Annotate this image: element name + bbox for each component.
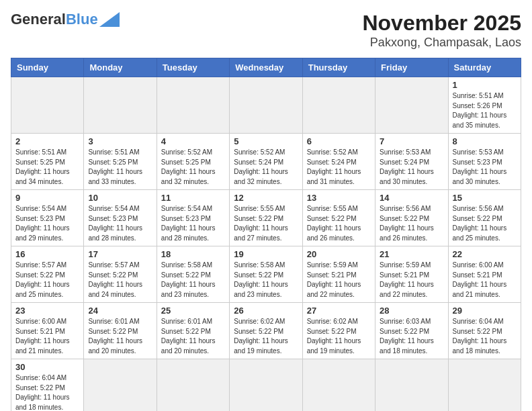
table-row: 17Sunrise: 5:57 AMSunset: 5:22 PMDayligh… — [84, 246, 157, 303]
calendar-week-row: 30Sunrise: 6:04 AMSunset: 5:22 PMDayligh… — [11, 359, 521, 412]
day-number: 26 — [234, 306, 298, 316]
table-row: 13Sunrise: 5:55 AMSunset: 5:22 PMDayligh… — [302, 190, 375, 246]
day-info: Sunrise: 6:02 AMSunset: 5:22 PMDaylight:… — [307, 317, 371, 356]
day-info: Sunrise: 6:03 AMSunset: 5:22 PMDaylight:… — [380, 317, 443, 356]
table-row — [230, 77, 302, 134]
day-number: 12 — [234, 193, 298, 203]
day-number: 9 — [15, 193, 79, 203]
day-info: Sunrise: 5:59 AMSunset: 5:21 PMDaylight:… — [307, 261, 371, 300]
day-info: Sunrise: 5:53 AMSunset: 5:24 PMDaylight:… — [380, 148, 443, 187]
day-number: 25 — [161, 306, 225, 316]
table-row: 1Sunrise: 5:51 AMSunset: 5:26 PMDaylight… — [448, 77, 521, 134]
day-number: 15 — [453, 193, 517, 203]
calendar-week-row: 1Sunrise: 5:51 AMSunset: 5:26 PMDaylight… — [11, 77, 521, 134]
table-row: 28Sunrise: 6:03 AMSunset: 5:22 PMDayligh… — [375, 303, 448, 359]
day-info: Sunrise: 5:59 AMSunset: 5:21 PMDaylight:… — [380, 261, 443, 300]
day-info: Sunrise: 5:58 AMSunset: 5:22 PMDaylight:… — [161, 261, 225, 300]
table-row: 7Sunrise: 5:53 AMSunset: 5:24 PMDaylight… — [375, 134, 448, 190]
header: General Blue November 2025 Pakxong, Cham… — [11, 11, 521, 50]
table-row — [375, 77, 448, 134]
svg-marker-0 — [99, 12, 120, 27]
day-number: 14 — [380, 193, 443, 203]
day-number: 2 — [15, 136, 79, 146]
col-tuesday: Tuesday — [157, 58, 229, 77]
col-saturday: Saturday — [448, 58, 521, 77]
table-row: 2Sunrise: 5:51 AMSunset: 5:25 PMDaylight… — [11, 134, 84, 190]
table-row — [157, 359, 229, 412]
day-number: 19 — [234, 249, 298, 259]
day-number: 3 — [88, 136, 152, 146]
col-thursday: Thursday — [302, 58, 375, 77]
col-friday: Friday — [375, 58, 448, 77]
table-row: 26Sunrise: 6:02 AMSunset: 5:22 PMDayligh… — [230, 303, 302, 359]
day-info: Sunrise: 5:55 AMSunset: 5:22 PMDaylight:… — [234, 204, 298, 243]
day-info: Sunrise: 5:51 AMSunset: 5:26 PMDaylight:… — [453, 91, 517, 130]
logo-triangle-icon — [99, 12, 120, 27]
table-row: 23Sunrise: 6:00 AMSunset: 5:21 PMDayligh… — [11, 303, 84, 359]
table-row — [157, 77, 229, 134]
table-row: 9Sunrise: 5:54 AMSunset: 5:23 PMDaylight… — [11, 190, 84, 246]
table-row — [84, 77, 157, 134]
table-row: 14Sunrise: 5:56 AMSunset: 5:22 PMDayligh… — [375, 190, 448, 246]
day-info: Sunrise: 5:51 AMSunset: 5:25 PMDaylight:… — [88, 148, 152, 187]
calendar-week-row: 16Sunrise: 5:57 AMSunset: 5:22 PMDayligh… — [11, 246, 521, 303]
day-info: Sunrise: 5:54 AMSunset: 5:23 PMDaylight:… — [161, 204, 225, 243]
day-info: Sunrise: 5:52 AMSunset: 5:24 PMDaylight:… — [234, 148, 298, 187]
calendar-week-row: 2Sunrise: 5:51 AMSunset: 5:25 PMDaylight… — [11, 134, 521, 190]
table-row: 10Sunrise: 5:54 AMSunset: 5:23 PMDayligh… — [84, 190, 157, 246]
day-number: 11 — [161, 193, 225, 203]
day-number: 27 — [307, 306, 371, 316]
day-info: Sunrise: 5:54 AMSunset: 5:23 PMDaylight:… — [88, 204, 152, 243]
day-number: 21 — [380, 249, 443, 259]
day-number: 20 — [307, 249, 371, 259]
day-number: 8 — [453, 136, 517, 146]
calendar-table: Sunday Monday Tuesday Wednesday Thursday… — [11, 58, 521, 411]
day-number: 22 — [453, 249, 517, 259]
logo-blue-text: Blue — [66, 11, 98, 28]
table-row: 20Sunrise: 5:59 AMSunset: 5:21 PMDayligh… — [302, 246, 375, 303]
logo-general-text: General — [11, 11, 66, 28]
table-row: 19Sunrise: 5:58 AMSunset: 5:22 PMDayligh… — [230, 246, 302, 303]
day-number: 10 — [88, 193, 152, 203]
day-number: 6 — [307, 136, 371, 146]
table-row: 27Sunrise: 6:02 AMSunset: 5:22 PMDayligh… — [302, 303, 375, 359]
day-number: 17 — [88, 249, 152, 259]
day-info: Sunrise: 6:02 AMSunset: 5:22 PMDaylight:… — [234, 317, 298, 356]
table-row: 11Sunrise: 5:54 AMSunset: 5:23 PMDayligh… — [157, 190, 229, 246]
day-number: 13 — [307, 193, 371, 203]
table-row: 22Sunrise: 6:00 AMSunset: 5:21 PMDayligh… — [448, 246, 521, 303]
day-info: Sunrise: 5:54 AMSunset: 5:23 PMDaylight:… — [15, 204, 79, 243]
day-info: Sunrise: 5:52 AMSunset: 5:25 PMDaylight:… — [161, 148, 225, 187]
day-info: Sunrise: 5:52 AMSunset: 5:24 PMDaylight:… — [307, 148, 371, 187]
day-info: Sunrise: 6:04 AMSunset: 5:22 PMDaylight:… — [15, 373, 79, 411]
table-row: 4Sunrise: 5:52 AMSunset: 5:25 PMDaylight… — [157, 134, 229, 190]
logo: General Blue — [11, 11, 120, 28]
day-number: 24 — [88, 306, 152, 316]
table-row — [448, 359, 521, 412]
day-number: 30 — [15, 362, 79, 372]
table-row — [11, 77, 84, 134]
table-row: 3Sunrise: 5:51 AMSunset: 5:25 PMDaylight… — [84, 134, 157, 190]
day-info: Sunrise: 6:04 AMSunset: 5:22 PMDaylight:… — [453, 317, 517, 356]
table-row: 12Sunrise: 5:55 AMSunset: 5:22 PMDayligh… — [230, 190, 302, 246]
page-title: November 2025 — [362, 11, 521, 36]
title-block: November 2025 Pakxong, Champasak, Laos — [362, 11, 521, 50]
table-row: 16Sunrise: 5:57 AMSunset: 5:22 PMDayligh… — [11, 246, 84, 303]
calendar-week-row: 9Sunrise: 5:54 AMSunset: 5:23 PMDaylight… — [11, 190, 521, 246]
day-info: Sunrise: 5:56 AMSunset: 5:22 PMDaylight:… — [380, 204, 443, 243]
table-row: 18Sunrise: 5:58 AMSunset: 5:22 PMDayligh… — [157, 246, 229, 303]
table-row — [302, 77, 375, 134]
calendar-header-row: Sunday Monday Tuesday Wednesday Thursday… — [11, 58, 521, 77]
page: General Blue November 2025 Pakxong, Cham… — [0, 0, 532, 411]
table-row — [230, 359, 302, 412]
table-row: 29Sunrise: 6:04 AMSunset: 5:22 PMDayligh… — [448, 303, 521, 359]
day-info: Sunrise: 5:55 AMSunset: 5:22 PMDaylight:… — [307, 204, 371, 243]
col-monday: Monday — [84, 58, 157, 77]
day-info: Sunrise: 5:51 AMSunset: 5:25 PMDaylight:… — [15, 148, 79, 187]
page-subtitle: Pakxong, Champasak, Laos — [362, 36, 521, 50]
table-row: 5Sunrise: 5:52 AMSunset: 5:24 PMDaylight… — [230, 134, 302, 190]
day-number: 5 — [234, 136, 298, 146]
table-row: 8Sunrise: 5:53 AMSunset: 5:23 PMDaylight… — [448, 134, 521, 190]
day-info: Sunrise: 5:56 AMSunset: 5:22 PMDaylight:… — [453, 204, 517, 243]
table-row: 24Sunrise: 6:01 AMSunset: 5:22 PMDayligh… — [84, 303, 157, 359]
